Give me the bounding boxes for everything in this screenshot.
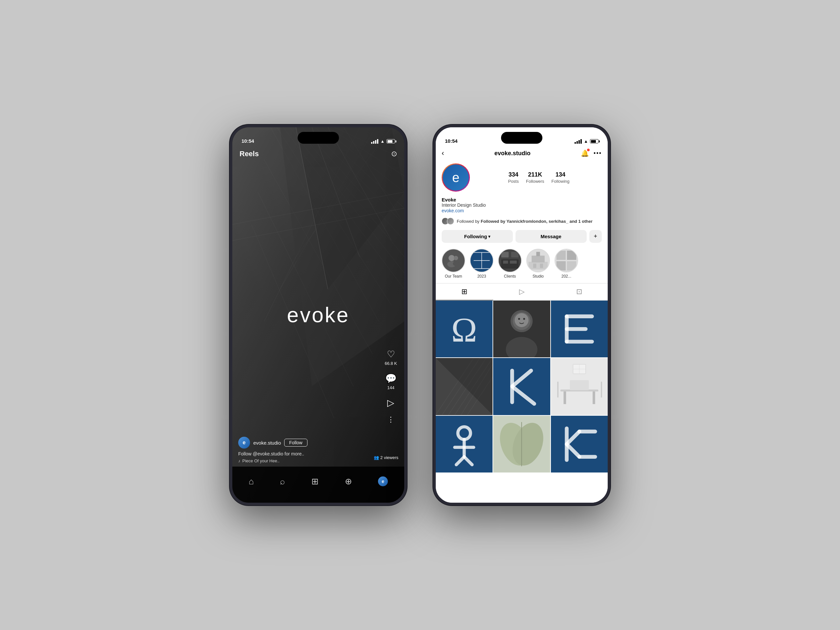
bottom-navigation: ⌂ ⌕ ⊞ ⊕ e <box>232 467 404 503</box>
heart-icon: ♡ <box>387 349 395 360</box>
avatar-letter: e <box>452 170 459 185</box>
svg-rect-81 <box>564 392 566 404</box>
message-button[interactable]: Message <box>515 230 587 243</box>
svg-rect-46 <box>533 264 536 268</box>
home-nav-icon[interactable]: ⌂ <box>249 477 254 486</box>
svg-point-61 <box>523 318 525 320</box>
status-icons-right: ▲ <box>575 139 598 144</box>
reel-user-row: e evoke.studio Follow <box>238 437 398 448</box>
grid-tab[interactable]: ⊞ <box>436 284 493 300</box>
highlight-label-more: 202... <box>561 274 571 279</box>
viewers-text: 2 viewers <box>380 455 398 460</box>
more-options-icon[interactable]: ••• <box>594 150 602 157</box>
grid-cell-3[interactable] <box>551 300 608 357</box>
followers-label: Followers <box>526 179 544 184</box>
grid-cell-6[interactable] <box>551 358 608 415</box>
followed-by-text: Followed by Followed by Yannickfromlondo… <box>457 219 592 224</box>
viewers-icon: 👥 <box>374 455 379 460</box>
posts-grid: Ω <box>436 300 608 472</box>
notification-button[interactable]: 🔔 <box>581 149 589 157</box>
content-tabs: ⊞ ▷ ⊡ <box>436 283 608 300</box>
more-action[interactable]: ⋮ <box>387 415 395 424</box>
highlight-our-team[interactable]: Our Team <box>442 249 465 279</box>
tagged-tab-icon: ⊡ <box>576 287 582 296</box>
profile-name: Evoke <box>442 197 602 202</box>
time-left: 10:54 <box>242 138 254 144</box>
chevron-down-icon: ▾ <box>488 234 490 239</box>
profile-nav-icon[interactable]: e <box>378 477 388 486</box>
profile-nav: ‹ evoke.studio 🔔 ••• <box>442 146 602 161</box>
highlight-circle-clients <box>498 249 522 272</box>
profile-avatar: e <box>443 164 469 191</box>
dynamic-island-right <box>501 132 542 144</box>
signal-icon-right <box>575 139 582 144</box>
profile-avatar-ring: e <box>442 163 470 192</box>
following-stat: 134 Following <box>551 171 570 184</box>
highlight-circle-team <box>442 249 465 272</box>
follow-button[interactable]: Follow <box>284 439 307 447</box>
svg-rect-45 <box>536 252 540 256</box>
highlight-studio[interactable]: Studio <box>526 249 550 279</box>
follower-avatar-2 <box>447 218 454 225</box>
followed-by: Followed by Followed by Yannickfromlondo… <box>442 215 602 227</box>
highlight-more[interactable]: 202... <box>554 249 578 279</box>
posts-stat: 334 Posts <box>508 171 519 184</box>
svg-rect-51 <box>556 261 566 270</box>
svg-rect-44 <box>532 256 545 262</box>
highlight-label-team: Our Team <box>445 274 462 279</box>
highlight-clients[interactable]: Clients <box>498 249 522 279</box>
back-button[interactable]: ‹ <box>442 149 444 158</box>
grid-cell-8[interactable] <box>493 416 550 472</box>
svg-text:Ω: Ω <box>451 311 477 349</box>
grid-cell-1[interactable]: Ω <box>436 300 493 357</box>
following-label: Following <box>551 179 570 184</box>
grid-cell-2[interactable] <box>493 300 550 357</box>
wifi-icon: ▲ <box>380 139 385 144</box>
comment-action[interactable]: 💬 144 <box>385 373 397 390</box>
grid-cell-4[interactable] <box>436 358 493 415</box>
svg-rect-49 <box>556 251 566 260</box>
grid-cell-5[interactable] <box>493 358 550 415</box>
bag-nav-icon[interactable]: ⊕ <box>345 477 352 486</box>
battery-icon <box>387 139 395 144</box>
highlight-2023[interactable]: 2023 <box>470 249 494 279</box>
share-action[interactable]: ▷ <box>387 397 395 408</box>
share-icon: ▷ <box>387 397 395 408</box>
svg-rect-83 <box>570 380 589 390</box>
reels-title: Reels <box>240 150 259 158</box>
add-contact-button[interactable]: + <box>589 230 602 243</box>
svg-rect-82 <box>592 392 595 404</box>
wifi-icon-right: ▲ <box>584 139 588 144</box>
profile-username: evoke.studio <box>494 150 531 157</box>
profile-action-buttons: Following ▾ Message + <box>442 227 602 246</box>
status-icons-left: ▲ <box>371 139 395 144</box>
highlight-circle-2023 <box>470 249 494 272</box>
search-nav-icon[interactable]: ⌕ <box>280 477 285 486</box>
grid-cell-7[interactable] <box>436 416 493 472</box>
comment-count: 144 <box>387 385 395 390</box>
svg-rect-38 <box>511 252 519 257</box>
following-button[interactable]: Following ▾ <box>442 230 513 243</box>
reel-username[interactable]: evoke.studio <box>253 440 281 445</box>
camera-icon[interactable]: ⊙ <box>391 150 397 158</box>
profile-website[interactable]: evoke.com <box>442 208 464 213</box>
reel-user-avatar: e <box>238 437 250 448</box>
comment-icon: 💬 <box>385 373 397 384</box>
reels-tab[interactable]: ▷ <box>493 284 551 300</box>
like-action[interactable]: ♡ 66.8 K <box>385 349 397 366</box>
profile-nav-right: 🔔 ••• <box>581 149 602 157</box>
tagged-tab[interactable]: ⊡ <box>550 284 608 300</box>
shop-nav-icon[interactable]: ⊞ <box>311 477 319 486</box>
battery-icon-right <box>590 139 598 144</box>
highlights-row: Our Team 2023 <box>436 246 608 282</box>
signal-icon <box>371 139 378 144</box>
follower-avatars <box>442 218 454 225</box>
right-phone: 10:54 ▲ ‹ evoke.studio <box>433 125 610 505</box>
notification-badge <box>587 148 590 151</box>
reels-tab-icon: ▷ <box>519 287 525 296</box>
music-title: Piece Of your Hee.. <box>243 458 279 463</box>
svg-rect-43 <box>529 262 548 270</box>
grid-cell-9[interactable] <box>551 416 608 472</box>
like-count: 66.8 K <box>385 361 397 366</box>
follower-names: Followed by Yannickfromlondon, serkihas_ <box>481 219 568 224</box>
